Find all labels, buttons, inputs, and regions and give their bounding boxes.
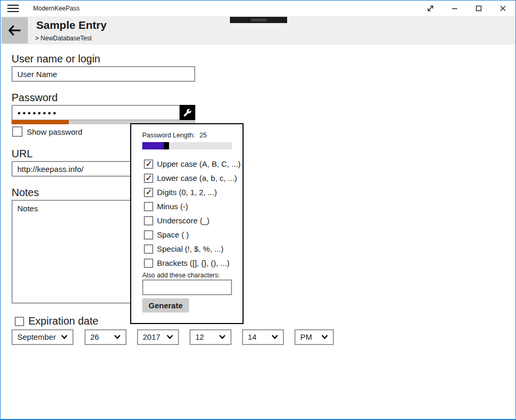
minimize-button[interactable]: [443, 1, 467, 16]
option-label: Upper case (A, B, C, ...): [157, 159, 240, 168]
also-add-input[interactable]: [142, 279, 232, 295]
chevron-down-icon: [321, 335, 328, 339]
password-length-slider[interactable]: [142, 142, 232, 149]
generator-option-row: Space ( ): [144, 228, 240, 242]
url-label: URL: [12, 148, 33, 160]
option-checkbox[interactable]: [144, 230, 153, 240]
show-password-label: Show password: [27, 127, 82, 136]
diagonal-resize-icon: [426, 4, 435, 13]
date-dropdown[interactable]: 14: [242, 329, 284, 345]
password-label: Password: [12, 92, 58, 104]
page-header: Sample Entry > NewDatabaseTest: [1, 16, 515, 45]
option-label: Lower case (a, b, c, ...): [157, 174, 237, 182]
generator-options: Upper case (A, B, C, ...)Lower case (a, …: [144, 157, 240, 270]
option-checkbox[interactable]: [144, 159, 153, 169]
back-arrow-icon: [8, 25, 22, 36]
date-dropdown[interactable]: 12: [189, 329, 231, 345]
slider-fill: [142, 142, 164, 149]
generator-option-row: Digits (0, 1, 2, ...): [144, 185, 240, 199]
window-controls: [418, 1, 515, 16]
generator-option-row: Upper case (A, B, C, ...): [144, 157, 240, 171]
chevron-down-icon: [219, 335, 226, 339]
password-length-label: Password Length:: [142, 132, 195, 139]
option-checkbox[interactable]: [144, 259, 153, 268]
chevron-down-icon: [114, 335, 121, 339]
date-dropdown[interactable]: September: [12, 329, 73, 345]
date-dropdown-value: 26: [90, 330, 99, 344]
generator-option-row: Underscore (_): [144, 213, 240, 228]
option-label: Special (!, $, %, ...): [157, 244, 224, 253]
chevron-down-icon: [61, 335, 68, 339]
chevron-down-icon: [271, 335, 278, 339]
date-dropdown-value: PM: [300, 330, 312, 344]
option-checkbox[interactable]: [144, 188, 153, 197]
option-checkbox[interactable]: [144, 216, 153, 225]
wrench-icon: [183, 109, 192, 117]
date-dropdown[interactable]: PM: [294, 329, 334, 345]
chevron-down-icon: [166, 335, 173, 339]
option-label: Digits (0, 1, 2, ...): [157, 188, 217, 197]
page-title: Sample Entry: [36, 19, 107, 31]
generator-option-row: Special (!, $, %, ...): [144, 242, 240, 256]
password-length-value: 25: [199, 132, 207, 139]
close-icon: [499, 4, 507, 13]
password-length-row: Password Length:25: [142, 132, 207, 139]
maximize-icon: [475, 4, 483, 13]
generator-option-row: Minus (-): [144, 199, 240, 213]
breadcrumb: > NewDatabaseTest: [35, 35, 92, 42]
option-checkbox[interactable]: [144, 174, 153, 183]
option-label: Minus (-): [157, 202, 188, 211]
password-generator-flyout: Password Length:25 Upper case (A, B, C, …: [130, 123, 244, 324]
date-dropdown[interactable]: 26: [85, 329, 127, 345]
close-button[interactable]: [491, 1, 515, 16]
date-dropdown-value: September: [17, 330, 56, 344]
app-window: ModernKeePass: [0, 0, 516, 420]
username-label: User name or login: [12, 53, 100, 65]
hamburger-menu-icon[interactable]: [7, 5, 19, 12]
password-generator-button[interactable]: [180, 105, 195, 121]
title-bar: ModernKeePass: [1, 1, 515, 16]
show-password-row: Show password: [12, 126, 82, 137]
date-dropdown-value: 12: [195, 330, 204, 344]
option-checkbox[interactable]: [144, 244, 153, 254]
maximize-button[interactable]: [467, 1, 491, 16]
option-checkbox[interactable]: [144, 202, 153, 211]
show-password-checkbox[interactable]: [12, 126, 23, 137]
notes-label: Notes: [12, 187, 39, 199]
generate-button[interactable]: Generate: [142, 298, 189, 313]
fullscreen-button[interactable]: [418, 1, 443, 16]
expiration-row: Expiration date: [15, 315, 98, 327]
slider-thumb[interactable]: [164, 142, 169, 149]
date-dropdown-value: 2017: [143, 330, 160, 344]
generator-option-row: Brackets ([], {}, (), ...): [144, 256, 240, 270]
appbar-collapsed-handle[interactable]: [230, 17, 287, 23]
option-label: Underscore (_): [157, 216, 209, 225]
option-label: Space ( ): [157, 230, 189, 239]
option-label: Brackets ([], {}, (), ...): [157, 259, 229, 267]
minimize-icon: [450, 4, 459, 13]
date-dropdown-value: 14: [248, 330, 257, 344]
back-button[interactable]: [2, 17, 28, 44]
also-add-label: Also add these characters:: [142, 272, 220, 279]
generator-option-row: Lower case (a, b, c, ...): [144, 171, 240, 185]
app-title: ModernKeePass: [33, 1, 80, 16]
date-dropdown[interactable]: 2017: [137, 329, 179, 345]
expiration-label: Expiration date: [28, 315, 98, 327]
password-strength-fill: [12, 120, 69, 124]
expiration-date-row: September2620171214PM: [1, 329, 515, 345]
password-dots: ●●●●●●●●: [17, 106, 58, 120]
password-input[interactable]: ●●●●●●●●: [12, 105, 195, 121]
expiration-checkbox[interactable]: [15, 317, 24, 326]
username-input[interactable]: [12, 66, 195, 82]
